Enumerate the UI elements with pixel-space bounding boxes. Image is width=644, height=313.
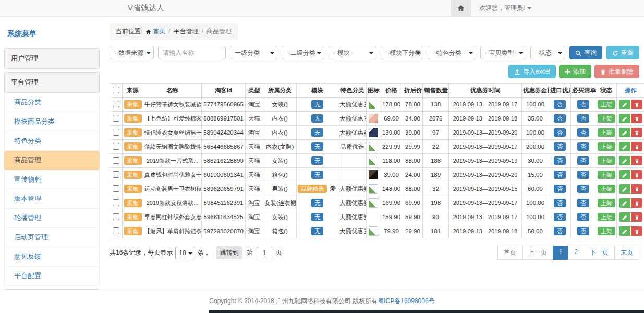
import-select-button[interactable]: 否	[554, 142, 566, 151]
filter-select[interactable]: --模块--	[329, 46, 377, 59]
row-checkbox[interactable]	[113, 213, 119, 220]
sidebar-item[interactable]: 轮播管理	[4, 209, 100, 228]
row-checkbox[interactable]	[113, 227, 119, 234]
sidebar-item[interactable]: 商品管理	[4, 151, 100, 170]
delete-button[interactable]	[631, 128, 642, 137]
must-buy-button[interactable]: 否	[577, 114, 589, 123]
module-none-button[interactable]: 无	[311, 114, 323, 123]
import-select-button[interactable]: 否	[554, 114, 566, 123]
import-select-button[interactable]: 否	[554, 171, 566, 179]
import-select-button[interactable]: 否	[554, 156, 566, 165]
filter-select[interactable]: --模块下分类--	[381, 46, 423, 59]
home-button[interactable]	[451, 0, 471, 16]
module-none-button[interactable]: 无	[311, 171, 323, 179]
sidebar-item[interactable]: 意见反馈	[4, 247, 100, 267]
edit-button[interactable]	[619, 212, 630, 222]
status-button[interactable]: 上架	[598, 114, 615, 123]
import-select-button[interactable]: 否	[554, 199, 566, 207]
page-button[interactable]: 1	[553, 246, 569, 260]
filter-select[interactable]: 一级分类	[230, 46, 277, 59]
filter-select[interactable]: --状态--	[530, 46, 565, 59]
edit-button[interactable]	[619, 100, 630, 109]
sidebar-item[interactable]: 平台管理	[4, 72, 100, 93]
data-source-select[interactable]: --数据来源--	[110, 46, 154, 59]
page-button[interactable]: 末页	[614, 246, 639, 260]
status-button[interactable]: 上架	[598, 185, 615, 193]
reset-button[interactable]: 重置	[606, 46, 639, 59]
delete-button[interactable]	[631, 142, 642, 151]
sidebar-item[interactable]: 商品分类	[4, 93, 100, 112]
filter-select[interactable]: --特色分类--	[428, 46, 476, 59]
sidebar-item[interactable]: 特色分类	[4, 131, 100, 151]
sidebar-item[interactable]: 版本管理	[4, 189, 100, 209]
status-button[interactable]: 上架	[598, 128, 615, 137]
delete-button[interactable]	[631, 114, 642, 123]
row-checkbox[interactable]	[113, 101, 119, 107]
import-select-button[interactable]: 否	[554, 185, 566, 193]
module-none-button[interactable]: 无	[311, 128, 323, 137]
page-number-input[interactable]	[256, 247, 273, 259]
status-button[interactable]: 上架	[598, 227, 615, 235]
import-select-button[interactable]: 否	[554, 227, 566, 235]
row-checkbox[interactable]	[113, 129, 119, 136]
delete-button[interactable]	[631, 156, 642, 165]
row-checkbox[interactable]	[113, 157, 119, 164]
page-button[interactable]: 2	[568, 246, 584, 260]
sidebar-item[interactable]: 用户管理	[4, 48, 100, 69]
module-none-button[interactable]: 无	[311, 100, 323, 109]
must-buy-button[interactable]: 否	[577, 100, 589, 109]
status-button[interactable]: 上架	[598, 213, 615, 221]
module-none-button[interactable]: 无	[311, 142, 323, 151]
page-button[interactable]: 下一页	[584, 246, 615, 260]
status-button[interactable]: 上架	[598, 171, 615, 179]
page-button[interactable]: 上一页	[522, 246, 553, 260]
batch-delete-button[interactable]: 批量删除	[594, 65, 639, 78]
sidebar-item[interactable]: 启动页管理	[4, 228, 100, 247]
delete-button[interactable]	[631, 226, 642, 236]
must-buy-button[interactable]: 否	[577, 185, 589, 193]
page-size-select[interactable]: 10	[175, 247, 195, 259]
delete-button[interactable]	[631, 170, 642, 179]
must-buy-button[interactable]: 否	[577, 227, 589, 235]
row-checkbox[interactable]	[113, 185, 119, 192]
must-buy-button[interactable]: 否	[577, 213, 589, 221]
select-all-checkbox[interactable]	[113, 87, 119, 93]
row-checkbox[interactable]	[113, 143, 119, 150]
status-button[interactable]: 上架	[598, 142, 615, 151]
module-none-button[interactable]: 无	[311, 199, 323, 207]
edit-button[interactable]	[619, 170, 630, 179]
filter-select[interactable]: --宝贝类型--	[480, 46, 526, 59]
search-button[interactable]: 查询	[569, 46, 602, 59]
must-buy-button[interactable]: 否	[577, 128, 589, 137]
delete-button[interactable]	[631, 184, 642, 194]
sidebar-item[interactable]: 宣传物料	[4, 170, 100, 189]
import-select-button[interactable]: 否	[554, 128, 566, 137]
edit-button[interactable]	[619, 142, 630, 151]
status-button[interactable]: 上架	[598, 156, 615, 165]
status-button[interactable]: 上架	[598, 199, 615, 207]
row-checkbox[interactable]	[113, 115, 119, 122]
delete-button[interactable]	[631, 100, 642, 109]
must-buy-button[interactable]: 否	[577, 142, 589, 151]
breadcrumb-home-link[interactable]: 首页	[153, 28, 165, 35]
edit-button[interactable]	[619, 156, 630, 165]
status-button[interactable]: 上架	[598, 100, 615, 109]
module-none-button[interactable]: 无	[311, 227, 323, 235]
filter-select[interactable]: --二级分类--	[282, 46, 324, 59]
must-buy-button[interactable]: 否	[577, 156, 589, 165]
edit-button[interactable]	[619, 198, 630, 208]
sidebar-item[interactable]: 平台配置	[4, 267, 100, 286]
name-search-input[interactable]	[158, 46, 226, 59]
import-select-button[interactable]: 否	[554, 213, 566, 221]
sidebar-item[interactable]: 模块商品分类	[4, 112, 100, 131]
edit-button[interactable]	[619, 114, 630, 123]
user-menu[interactable]: 欢迎您，管理员!	[471, 4, 531, 13]
add-button[interactable]: 添加	[559, 65, 591, 78]
import-excel-button[interactable]: 导入excel	[508, 65, 556, 78]
page-button[interactable]: 首页	[497, 246, 523, 260]
delete-button[interactable]	[631, 198, 642, 208]
edit-button[interactable]	[619, 184, 630, 194]
delete-button[interactable]	[631, 212, 642, 222]
edit-button[interactable]	[619, 128, 630, 137]
row-checkbox[interactable]	[113, 171, 119, 178]
